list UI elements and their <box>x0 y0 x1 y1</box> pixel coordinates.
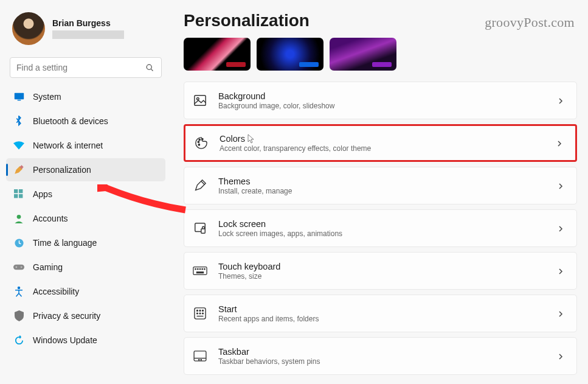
lock-icon <box>193 221 207 236</box>
chevron-right-icon <box>557 224 566 232</box>
setting-title: Taskbar <box>218 347 557 357</box>
sidebar-item-privacy[interactable]: Privacy & security <box>6 304 165 327</box>
setting-title: Lock screen <box>218 219 557 229</box>
nav-label: Windows Update <box>33 335 97 345</box>
settings-list: Background Background image, color, slid… <box>184 82 577 375</box>
sidebar: Brian Burgess System Bluetooth & devices… <box>0 0 170 384</box>
svg-point-37 <box>202 313 204 314</box>
chevron-right-icon <box>557 267 566 275</box>
accounts-icon <box>13 213 24 224</box>
svg-rect-8 <box>19 194 22 198</box>
svg-point-36 <box>199 313 201 314</box>
theme-thumbnail[interactable] <box>184 38 251 71</box>
setting-row-lockscreen[interactable]: Lock screen Lock screen images, apps, an… <box>184 209 577 247</box>
svg-point-28 <box>202 268 202 269</box>
theme-thumbnail[interactable] <box>257 38 323 71</box>
sidebar-item-gaming[interactable]: Gaming <box>6 256 165 279</box>
setting-title: Start <box>218 304 557 314</box>
setting-row-touchkeyboard[interactable]: Touch keyboard Themes, size <box>184 252 577 290</box>
accessibility-icon <box>13 286 24 297</box>
setting-row-taskbar[interactable]: Taskbar Taskbar behaviors, system pins <box>184 337 577 375</box>
svg-rect-39 <box>194 351 206 361</box>
background-icon <box>193 93 207 108</box>
setting-row-themes[interactable]: Themes Install, create, manage <box>184 167 577 204</box>
nav-label: Apps <box>33 189 52 199</box>
nav-label: Accounts <box>33 214 68 223</box>
svg-point-13 <box>21 267 22 268</box>
svg-point-32 <box>197 310 198 312</box>
profile-subtext-redacted <box>52 30 124 39</box>
nav-label: Personalization <box>33 165 91 175</box>
sidebar-item-system[interactable]: System <box>6 85 165 108</box>
time-icon <box>13 237 24 248</box>
nav-label: Bluetooth & devices <box>33 116 108 126</box>
nav-label: System <box>33 92 61 102</box>
search-box[interactable] <box>10 57 162 78</box>
gaming-icon <box>13 262 24 273</box>
watermark-text: groovyPost.com <box>485 15 575 30</box>
cursor-pointer-icon <box>247 134 255 144</box>
setting-subtitle: Taskbar behaviors, system pins <box>218 357 557 366</box>
svg-rect-2 <box>14 93 23 100</box>
svg-point-17 <box>198 141 199 142</box>
chevron-right-icon <box>557 96 566 105</box>
svg-point-41 <box>198 360 199 360</box>
theme-swatch <box>226 62 246 67</box>
sidebar-item-network[interactable]: Network & internet <box>6 134 165 157</box>
sidebar-item-apps[interactable]: Apps <box>6 183 165 206</box>
chevron-right-icon <box>557 309 566 318</box>
setting-subtitle: Install, create, manage <box>218 187 557 195</box>
setting-subtitle: Lock screen images, apps, animations <box>218 229 557 238</box>
svg-point-29 <box>204 268 205 269</box>
colors-icon <box>194 136 209 150</box>
search-input[interactable] <box>16 63 144 72</box>
svg-point-12 <box>15 267 17 268</box>
svg-point-42 <box>201 360 201 360</box>
profile-text: Brian Burgess <box>52 18 124 39</box>
nav-label: Network & internet <box>33 141 103 150</box>
svg-point-0 <box>147 65 151 69</box>
setting-subtitle: Recent apps and items, folders <box>218 315 557 323</box>
svg-point-9 <box>17 215 21 219</box>
chevron-right-icon <box>556 139 564 147</box>
profile-name: Brian Burgess <box>52 18 124 28</box>
sidebar-item-bluetooth[interactable]: Bluetooth & devices <box>6 110 165 133</box>
svg-line-1 <box>151 69 153 71</box>
setting-title: Colors <box>220 134 556 144</box>
profile-block[interactable]: Brian Burgess <box>6 7 165 54</box>
taskbar-icon <box>193 349 207 363</box>
svg-point-16 <box>197 97 199 100</box>
keyboard-icon <box>193 264 207 278</box>
theme-thumbnail[interactable] <box>330 38 396 71</box>
setting-row-start[interactable]: Start Recent apps and items, folders <box>184 295 577 332</box>
theme-swatch <box>299 62 319 67</box>
themes-icon <box>193 178 207 193</box>
nav-label: Accessibility <box>33 287 79 296</box>
svg-point-18 <box>199 139 200 140</box>
setting-subtitle: Background image, color, slideshow <box>218 102 557 110</box>
svg-point-33 <box>199 310 201 312</box>
privacy-icon <box>13 310 24 321</box>
nav-label: Time & language <box>33 238 97 248</box>
svg-rect-30 <box>196 272 203 273</box>
svg-point-35 <box>197 313 198 314</box>
sidebar-item-update[interactable]: Windows Update <box>6 329 165 352</box>
setting-title: Touch keyboard <box>218 262 557 271</box>
setting-subtitle: Themes, size <box>218 272 557 281</box>
svg-point-26 <box>198 268 198 269</box>
setting-row-background[interactable]: Background Background image, color, slid… <box>184 82 577 119</box>
nav-list: System Bluetooth & devices Network & int… <box>6 85 165 353</box>
sidebar-item-accounts[interactable]: Accounts <box>6 207 165 230</box>
setting-title: Background <box>218 91 557 101</box>
svg-point-27 <box>199 268 200 269</box>
avatar <box>12 12 45 45</box>
svg-point-14 <box>18 287 21 290</box>
sidebar-item-time[interactable]: Time & language <box>6 231 165 254</box>
theme-swatch <box>372 62 392 67</box>
start-icon <box>193 306 207 321</box>
sidebar-item-accessibility[interactable]: Accessibility <box>6 280 165 303</box>
sidebar-item-personalization[interactable]: Personalization <box>6 158 165 181</box>
apps-icon <box>13 189 24 200</box>
setting-row-colors[interactable]: Colors Accent color, transparency effect… <box>184 124 577 162</box>
theme-preview-strip <box>184 38 577 71</box>
